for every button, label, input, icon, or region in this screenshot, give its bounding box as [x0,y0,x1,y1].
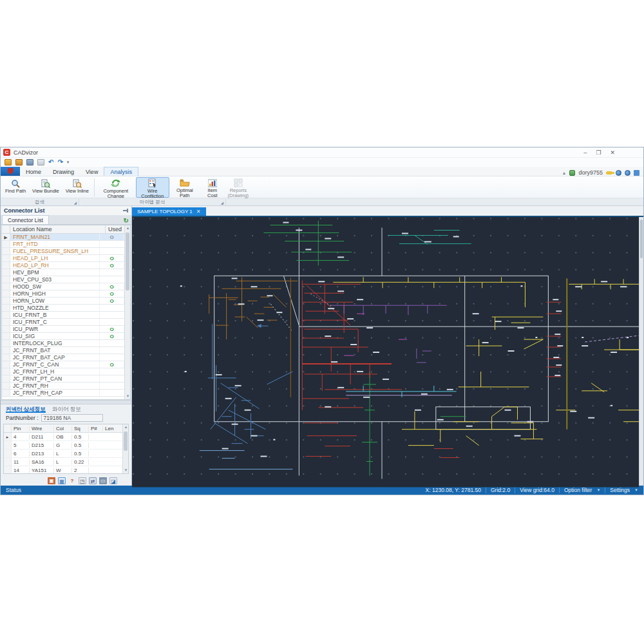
connector-row[interactable]: ICU_PWRO [2,326,124,333]
connector-row[interactable]: HEAD_LP_LHO [2,255,124,262]
component-change-simulation-button[interactable]: Component Change Simulation [97,177,135,198]
wire-confliction-analysis-button[interactable]: Wire Confliction Analysis [136,177,169,198]
monitor-icon[interactable]: ▭ [99,477,107,484]
tab-drawing[interactable]: Drawing [47,167,80,176]
open-folder-icon[interactable] [5,159,12,166]
row-marker [2,305,10,311]
cursor-coordinates: X: 1230.08, Y: 2781.50 [426,487,481,493]
topology-canvas[interactable] [132,217,643,486]
chart-link-icon[interactable]: ◪ [109,477,117,484]
collapse-ribbon-icon[interactable]: ▲ [562,171,567,175]
qat-dropdown-caret-icon[interactable]: ▾ [67,160,70,165]
column-header-pin[interactable]: Pin [12,426,30,431]
dialog-launcher-icon[interactable]: ◢ [220,200,223,205]
undo-icon[interactable]: ↶ [48,159,53,166]
document-tab-sample-topology[interactable]: SAMPLE TOPOLOGY 1 ✕ [132,207,206,216]
column-header-col[interactable]: Col [54,426,72,431]
connector-row[interactable]: HORN_HIGHO [2,290,124,298]
wire-cell: D211 [30,434,54,440]
connector-row[interactable]: INTERLOCK_PLUG [2,340,124,347]
connector-row[interactable]: HTD_NOZZLE [2,305,124,312]
dialog-launcher-icon[interactable]: ◢ [73,200,77,205]
connector-scrollbar[interactable]: ▲ ▼ [124,225,130,399]
tab-home[interactable]: Home [20,167,47,176]
component-icon[interactable]: ▣ [48,477,55,484]
connector-row[interactable]: HEV_BPM [2,269,124,276]
wire-table-scrollbar[interactable]: ▲ ▼ [122,424,128,473]
part-number-field[interactable]: 719186 NA [41,414,103,422]
column-header-wire[interactable]: Wire [30,426,54,431]
connector-row[interactable]: JC_FRNT_RH [2,383,124,390]
connector-row[interactable]: ICU_SIGO [2,333,124,340]
item-cost-analysis-button[interactable]: Item Cost Analysis [200,177,225,198]
tab-wire-info[interactable]: 와이어 정보 [52,406,81,413]
key-icon[interactable] [606,171,612,175]
view-bundle-button[interactable]: View Bundle [30,177,62,198]
connector-row[interactable]: HEV_CPU_S03 [2,276,124,283]
scroll-down-icon[interactable]: ▼ [125,393,131,399]
view-inline-button[interactable]: View Inline [63,177,91,198]
settings-menu[interactable]: Settings [610,487,630,493]
view-grid-setting[interactable]: View grid:64.0 [520,487,554,493]
scroll-up-icon[interactable]: ▲ [123,424,129,430]
connector-row[interactable]: JC_FRNT_LH_H [2,368,124,375]
connector-row[interactable]: ▶FRNT_MAIN21O [2,234,124,241]
connector-row[interactable]: JC_FRNT_BAT_CAP [2,354,124,361]
reports-drawing-button[interactable]: Reports (Drawing) [226,177,251,198]
tab-view[interactable]: View [80,167,104,176]
copy-icon[interactable] [37,159,44,166]
connector-row[interactable]: HEAD_LP_RHO [2,262,124,269]
panel-splitter[interactable] [1,400,131,404]
connector-row[interactable]: ICU_FRNT_C [2,319,124,326]
app-menu-button[interactable] [1,167,20,176]
wire-row[interactable]: 5D215G0.5 [4,441,128,450]
connector-row[interactable]: JC_FRNT_RH_CAP [2,390,124,397]
help-red-icon[interactable]: ? [68,477,76,484]
column-header-sq[interactable]: Sq [72,426,89,431]
title-bar: C CADvizor – ❐ ✕ [1,147,643,158]
wire-row[interactable]: 14YA151W2 [4,466,128,474]
connector-name: JC_FRNT_RH_CAP [10,390,100,396]
help-icon[interactable] [634,170,639,176]
swap-icon[interactable]: ⇄ [89,477,97,484]
document-tab-bar: SAMPLE TOPOLOGY 1 ✕ [132,206,643,216]
optimal-path-report-button[interactable]: Optimal Path Report [171,177,199,198]
wire-row[interactable]: ▸4D211OB0.5 [4,433,128,441]
grid-setting[interactable]: Grid:2.0 [491,487,510,493]
export-icon[interactable]: ◳ [79,477,86,484]
connector-row[interactable]: JC_FRNT_BAT [2,347,124,354]
open-image-icon[interactable] [15,159,23,166]
table-grid-icon[interactable]: ▦ [58,477,66,484]
connector-row[interactable]: JC_FRNT_PT_CAN [2,375,124,383]
column-header-location-name[interactable]: Location Name [10,225,106,233]
connector-row[interactable]: FUEL_PRESSURE_SNSR_LH [2,248,124,255]
scroll-up-icon[interactable]: ▲ [125,225,131,231]
globe2-icon[interactable] [625,170,630,176]
canvas-scrollbar[interactable] [639,217,643,486]
globe-icon[interactable] [616,170,621,176]
connector-row[interactable]: HOOD_SWO [2,283,124,290]
wire-row[interactable]: 6D213L0.5 [4,450,128,458]
wire-cell: 0.5 [72,442,89,448]
save-icon[interactable] [26,159,33,166]
wire-row[interactable]: 11SA16L0.22 [4,458,128,466]
refresh-icon[interactable]: ↻ [124,218,129,224]
connector-row[interactable]: HORN_LOWO [2,298,124,305]
find-path-button[interactable]: Find Path [3,177,28,198]
close-button[interactable]: ✕ [610,149,615,156]
redo-icon[interactable]: ↷ [57,159,62,166]
wire-cell: L [54,451,72,457]
scroll-down-icon[interactable]: ▼ [123,468,129,473]
minimize-button[interactable]: – [583,149,587,156]
tab-connector-detail[interactable]: 커넥터 상세정보 [6,406,46,413]
option-filter-menu[interactable]: Option filter [564,487,592,493]
connector-row[interactable]: ICU_FRNT_B [2,312,124,319]
tab-analysis[interactable]: Analysis [104,167,138,176]
close-tab-icon[interactable]: ✕ [196,209,201,214]
connector-row[interactable]: FRT_HTD [2,241,124,248]
pin-icon[interactable] [123,208,128,213]
connector-row[interactable]: JC_FRNT_C_CANO [2,361,124,368]
restore-button[interactable]: ❐ [596,149,601,156]
connector-list-tab[interactable]: Connector List [2,215,49,224]
column-header-p[interactable]: P# [89,426,103,431]
